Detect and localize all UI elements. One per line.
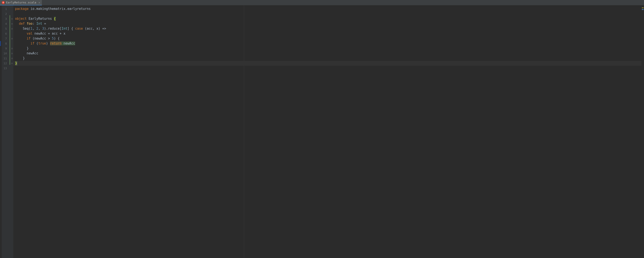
code-text: ) <box>46 42 50 45</box>
file-tab[interactable]: O EarlyReturns.scala × <box>0 0 42 5</box>
indent <box>15 22 19 26</box>
code-text: io.makingthematrix.earlyreturns <box>28 7 90 11</box>
caret <box>17 61 17 65</box>
tab-filename: EarlyReturns.scala <box>6 1 36 4</box>
code-line[interactable]: def foo: Int = <box>13 21 642 26</box>
keyword: val <box>26 32 32 36</box>
code-line[interactable] <box>13 66 642 71</box>
keyword-return: return <box>50 42 62 45</box>
line-number[interactable]: 6 <box>2 31 11 36</box>
code-text: EarlyReturns <box>26 17 54 21</box>
code-text: (acc, x) => <box>83 27 106 31</box>
code-text: : <box>32 22 36 26</box>
code-line-current[interactable]: } <box>13 61 642 66</box>
indent <box>15 56 23 60</box>
code-text <box>62 42 64 45</box>
line-number[interactable]: 12 <box>2 61 11 66</box>
indent <box>15 42 30 45</box>
code-text: } <box>26 46 28 50</box>
line-number[interactable]: 1 <box>2 7 11 11</box>
keyword: true <box>38 42 46 45</box>
code-text: , <box>32 27 36 31</box>
code-line[interactable]: val newAcc = acc + x <box>13 31 642 36</box>
code-text: ( <box>34 42 38 45</box>
line-number[interactable]: 2 <box>2 11 11 16</box>
line-number[interactable]: 9 <box>2 46 11 51</box>
keyword: if <box>30 42 34 45</box>
code-text: Seq( <box>23 27 30 31</box>
fold-marker <box>11 66 13 71</box>
type: Int <box>36 22 42 26</box>
code-text: ).reduce[ <box>44 27 62 31</box>
indent <box>15 32 26 36</box>
fold-marker <box>11 41 13 46</box>
fold-marker <box>11 11 13 16</box>
fold-marker[interactable]: ⊟ <box>11 21 13 26</box>
fold-marker[interactable]: ⊟ <box>11 61 13 66</box>
fold-marker[interactable]: ⊟ <box>11 36 13 41</box>
code-area[interactable]: package io.makingthematrix.earlyreturns … <box>13 5 642 258</box>
indent <box>15 51 26 55</box>
line-number[interactable]: 5 <box>2 26 11 31</box>
indent <box>15 37 26 40</box>
code-text: newAcc <box>64 42 75 45</box>
line-number[interactable]: 7 <box>2 36 11 41</box>
matched-brace: { <box>54 17 56 21</box>
code-text: } <box>23 56 25 60</box>
code-line[interactable]: } <box>13 46 642 51</box>
keyword: object <box>15 17 26 21</box>
vcs-change-marker <box>10 15 10 65</box>
code-text: newAcc <box>26 51 38 55</box>
fold-marker <box>11 31 13 36</box>
type: Int <box>62 27 68 31</box>
code-line[interactable]: Seq(1, 2, 3).reduce[Int] { case (acc, x)… <box>13 26 642 31</box>
code-text: = <box>42 22 46 26</box>
fold-marker[interactable]: ⊟ <box>11 56 13 61</box>
fold-column[interactable]: ⊟ ⊟ ⊟ ⊟ ⊟ ⊟ ⊟ ⊟ <box>11 5 13 258</box>
indent <box>15 27 23 31</box>
code-line[interactable] <box>13 11 642 16</box>
keyword: if <box>26 37 30 40</box>
code-text: ) { <box>54 37 60 40</box>
scroll-change-mark[interactable] <box>642 9 644 10</box>
scroll-warning-mark[interactable] <box>642 8 644 8</box>
line-number[interactable]: 3 <box>2 16 11 21</box>
code-line[interactable]: object EarlyReturns { <box>13 16 642 21</box>
line-number[interactable]: 4 <box>2 21 11 26</box>
fold-marker[interactable]: ⊟ <box>11 16 13 21</box>
breakpoint-strip <box>0 41 1 46</box>
code-line[interactable]: package io.makingthematrix.earlyreturns <box>13 7 642 11</box>
code-text: (newAcc > <box>30 37 52 40</box>
line-number[interactable]: 13 <box>2 66 11 71</box>
fold-marker <box>11 7 13 11</box>
line-number[interactable]: 10 <box>2 51 11 56</box>
keyword: package <box>15 7 28 11</box>
code-text: ] { <box>68 27 75 31</box>
fold-marker[interactable]: ⊟ <box>11 46 13 51</box>
code-line[interactable]: if (true) return newAcc <box>13 41 642 46</box>
fold-marker[interactable]: ⊟ <box>11 26 13 31</box>
editor: 1 2 3 4 5 6 7 8 9 10 11 12 13 ⊟ ⊟ ⊟ ⊟ ⊟ … <box>0 5 644 258</box>
code-text: , <box>38 27 42 31</box>
code-line[interactable]: } <box>13 56 642 61</box>
line-number[interactable]: 8 <box>2 41 11 46</box>
scala-file-icon: O <box>2 1 5 4</box>
code-line[interactable]: newAcc <box>13 51 642 56</box>
scrollbar[interactable] <box>642 5 644 258</box>
close-icon[interactable]: × <box>38 1 40 4</box>
fold-marker[interactable]: ⊟ <box>11 51 13 56</box>
keyword: def <box>19 22 25 26</box>
code-line[interactable]: if (newAcc > 5) { <box>13 36 642 41</box>
indent <box>15 46 26 50</box>
keyword: case <box>75 27 83 31</box>
tab-bar: O EarlyReturns.scala × <box>0 0 644 5</box>
line-number[interactable]: 11 <box>2 56 11 61</box>
number: 1 <box>30 27 32 31</box>
function-name: foo <box>25 22 32 26</box>
number: 5 <box>52 37 54 40</box>
code-text: newAcc = acc + x <box>32 32 66 36</box>
line-number-gutter[interactable]: 1 2 3 4 5 6 7 8 9 10 11 12 13 <box>2 5 11 258</box>
